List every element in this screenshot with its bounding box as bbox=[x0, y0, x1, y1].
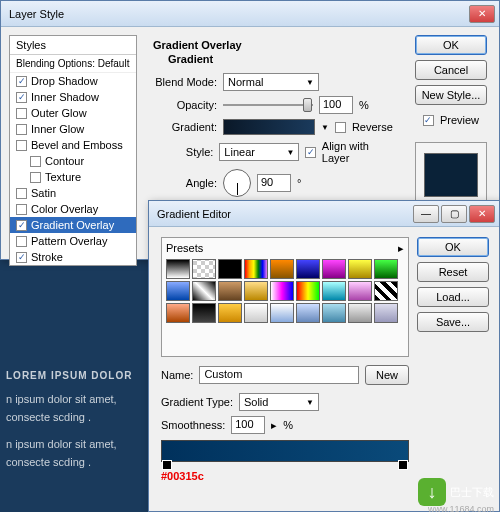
checkbox[interactable] bbox=[16, 108, 27, 119]
gradient-bar[interactable] bbox=[161, 440, 409, 462]
style-item-label: Satin bbox=[31, 187, 56, 199]
preset-swatch[interactable] bbox=[348, 259, 372, 279]
checkbox[interactable]: ✓ bbox=[16, 220, 27, 231]
preset-swatch[interactable] bbox=[296, 281, 320, 301]
close-icon[interactable]: ✕ bbox=[469, 5, 495, 23]
preset-swatch[interactable] bbox=[244, 259, 268, 279]
preset-swatch[interactable] bbox=[270, 303, 294, 323]
opacity-input[interactable]: 100 bbox=[319, 96, 353, 114]
styles-header[interactable]: Styles bbox=[10, 36, 136, 55]
style-item[interactable]: ✓Drop Shadow bbox=[10, 73, 136, 89]
subsection-title: Gradient bbox=[168, 53, 395, 65]
load-button[interactable]: Load... bbox=[417, 287, 489, 307]
reverse-checkbox[interactable] bbox=[335, 122, 346, 133]
preset-swatch[interactable] bbox=[244, 303, 268, 323]
ok-button[interactable]: OK bbox=[415, 35, 487, 55]
chevron-down-icon[interactable]: ▼ bbox=[321, 123, 329, 132]
style-item[interactable]: ✓Gradient Overlay bbox=[10, 217, 136, 233]
preset-swatch[interactable] bbox=[192, 281, 216, 301]
checkbox[interactable] bbox=[16, 124, 27, 135]
gradient-editor-window: Gradient Editor — ▢ ✕ Presets▸ Name: Cus… bbox=[148, 200, 500, 512]
name-input[interactable]: Custom bbox=[199, 366, 359, 384]
checkbox[interactable] bbox=[16, 140, 27, 151]
style-item[interactable]: Bevel and Emboss bbox=[10, 137, 136, 153]
preset-swatch[interactable] bbox=[166, 259, 190, 279]
preset-swatch[interactable] bbox=[218, 303, 242, 323]
preset-swatch[interactable] bbox=[348, 303, 372, 323]
checkbox[interactable]: ✓ bbox=[16, 92, 27, 103]
save-button[interactable]: Save... bbox=[417, 312, 489, 332]
blending-options-default[interactable]: Blending Options: Default bbox=[10, 55, 136, 73]
preset-swatch[interactable] bbox=[348, 281, 372, 301]
smoothness-input[interactable]: 100 bbox=[231, 416, 265, 434]
preset-swatch[interactable] bbox=[322, 303, 346, 323]
opacity-slider[interactable] bbox=[223, 98, 313, 112]
preset-swatch[interactable] bbox=[322, 281, 346, 301]
style-item[interactable]: Color Overlay bbox=[10, 201, 136, 217]
minimize-icon[interactable]: — bbox=[413, 205, 439, 223]
cancel-button[interactable]: Cancel bbox=[415, 60, 487, 80]
preset-swatch[interactable] bbox=[166, 303, 190, 323]
preset-swatch[interactable] bbox=[166, 281, 190, 301]
angle-dial[interactable] bbox=[223, 169, 251, 197]
gradient-type-select[interactable]: Solid▼ bbox=[239, 393, 319, 411]
blend-mode-select[interactable]: Normal▼ bbox=[223, 73, 319, 91]
ok-button[interactable]: OK bbox=[417, 237, 489, 257]
checkbox[interactable]: ✓ bbox=[16, 252, 27, 263]
checkbox[interactable] bbox=[30, 172, 41, 183]
gradient-swatch[interactable] bbox=[223, 119, 315, 135]
style-item-label: Contour bbox=[45, 155, 84, 167]
style-item-label: Pattern Overlay bbox=[31, 235, 107, 247]
preset-swatch[interactable] bbox=[374, 259, 398, 279]
gradient-editor-titlebar[interactable]: Gradient Editor — ▢ ✕ bbox=[149, 201, 499, 227]
color-stop[interactable] bbox=[162, 460, 172, 470]
style-item-label: Outer Glow bbox=[31, 107, 87, 119]
preset-swatch[interactable] bbox=[374, 303, 398, 323]
preset-swatch[interactable] bbox=[218, 281, 242, 301]
checkbox[interactable] bbox=[16, 204, 27, 215]
style-item[interactable]: Satin bbox=[10, 185, 136, 201]
style-item[interactable]: ✓Stroke bbox=[10, 249, 136, 265]
preview-checkbox[interactable]: ✓ bbox=[423, 115, 434, 126]
close-icon[interactable]: ✕ bbox=[469, 205, 495, 223]
style-item[interactable]: Inner Glow bbox=[10, 121, 136, 137]
checkbox[interactable] bbox=[16, 188, 27, 199]
presets-label: Presets bbox=[166, 242, 203, 255]
preset-swatch[interactable] bbox=[192, 259, 216, 279]
new-style-button[interactable]: New Style... bbox=[415, 85, 487, 105]
preview-swatch bbox=[424, 153, 478, 197]
checkbox[interactable] bbox=[30, 156, 41, 167]
style-item[interactable]: Pattern Overlay bbox=[10, 233, 136, 249]
reverse-label: Reverse bbox=[352, 121, 393, 133]
smoothness-stepper-icon[interactable]: ▸ bbox=[271, 419, 277, 432]
preset-swatch[interactable] bbox=[270, 259, 294, 279]
new-button[interactable]: New bbox=[365, 365, 409, 385]
reset-button[interactable]: Reset bbox=[417, 262, 489, 282]
presets-menu-icon[interactable]: ▸ bbox=[398, 242, 404, 255]
style-item[interactable]: ✓Inner Shadow bbox=[10, 89, 136, 105]
preset-swatch[interactable] bbox=[322, 259, 346, 279]
color-stop[interactable] bbox=[398, 460, 408, 470]
style-item[interactable]: Texture bbox=[10, 169, 136, 185]
preset-swatch[interactable] bbox=[192, 303, 216, 323]
style-item[interactable]: Outer Glow bbox=[10, 105, 136, 121]
gradient-type-label: Gradient Type: bbox=[161, 396, 233, 408]
preset-swatch[interactable] bbox=[270, 281, 294, 301]
style-select[interactable]: Linear▼ bbox=[219, 143, 299, 161]
checkbox[interactable] bbox=[16, 236, 27, 247]
style-item-label: Texture bbox=[45, 171, 81, 183]
style-item[interactable]: Contour bbox=[10, 153, 136, 169]
checkbox[interactable]: ✓ bbox=[16, 76, 27, 87]
align-checkbox[interactable]: ✓ bbox=[305, 147, 315, 158]
angle-input[interactable]: 90 bbox=[257, 174, 291, 192]
style-item-label: Gradient Overlay bbox=[31, 219, 114, 231]
preset-swatch[interactable] bbox=[244, 281, 268, 301]
preset-swatch[interactable] bbox=[296, 259, 320, 279]
style-item-label: Bevel and Emboss bbox=[31, 139, 123, 151]
preset-swatch[interactable] bbox=[218, 259, 242, 279]
maximize-icon[interactable]: ▢ bbox=[441, 205, 467, 223]
preset-swatch[interactable] bbox=[374, 281, 398, 301]
style-item-label: Color Overlay bbox=[31, 203, 98, 215]
preset-swatch[interactable] bbox=[296, 303, 320, 323]
layer-style-titlebar[interactable]: Layer Style ✕ bbox=[1, 1, 499, 27]
